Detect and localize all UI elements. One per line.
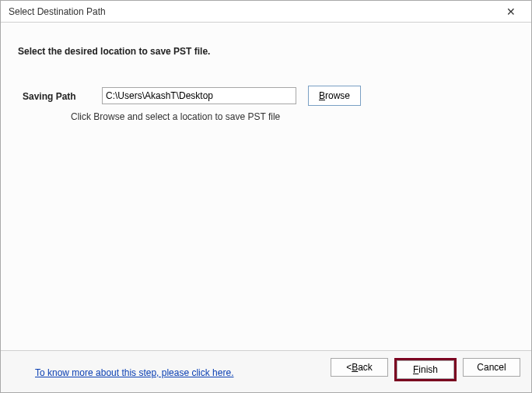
help-link[interactable]: To know more about this step, please cli… (35, 367, 233, 378)
finish-highlight: Finish (394, 358, 457, 381)
finish-rest: inish (418, 364, 438, 375)
hint-text: Click Browse and select a location to sa… (71, 111, 280, 122)
back-mnemonic: B (352, 362, 358, 373)
browse-button[interactable]: Browse (308, 86, 361, 106)
back-prefix: < (346, 362, 352, 373)
instruction-text: Select the desired location to save PST … (18, 46, 210, 57)
finish-button[interactable]: Finish (397, 360, 454, 379)
dialog-footer: To know more about this step, please cli… (1, 350, 531, 392)
dialog-content: Select the desired location to save PST … (1, 23, 531, 350)
cancel-button[interactable]: Cancel (463, 358, 520, 377)
browse-label-rest: rowse (325, 90, 350, 101)
saving-path-label: Saving Path (23, 91, 76, 102)
finish-mnemonic: F (413, 364, 418, 375)
title-bar: Select Destination Path ✕ (1, 1, 531, 23)
window-title: Select Destination Path (9, 6, 495, 17)
browse-mnemonic: B (319, 90, 325, 101)
back-button[interactable]: < Back (331, 358, 388, 377)
close-button[interactable]: ✕ (495, 1, 527, 23)
back-rest: ack (358, 362, 373, 373)
button-row: < Back Finish Cancel (331, 358, 520, 381)
saving-path-input[interactable] (102, 87, 296, 104)
